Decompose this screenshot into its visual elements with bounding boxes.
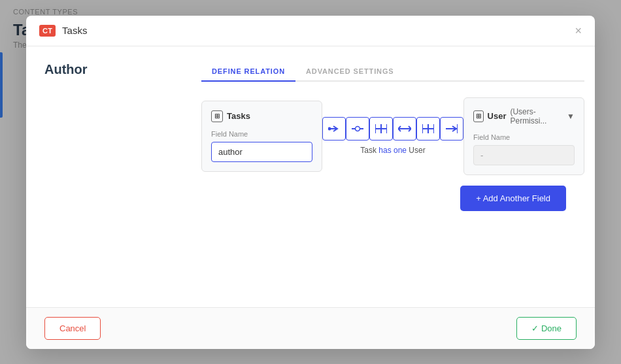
- tasks-card-header: ⊞ Tasks: [211, 110, 312, 122]
- branch-icon-1[interactable]: [369, 117, 393, 141]
- user-field-label: Field Name: [473, 133, 575, 141]
- arrow-right-icon[interactable]: [322, 117, 346, 141]
- modal-header: CT Tasks ×: [26, 16, 595, 46]
- svg-point-1: [328, 127, 331, 131]
- connector-label: Task has one User: [360, 146, 425, 155]
- user-entity-card: ⊞ User (Users-Permissi... ▼ Field Name -: [463, 97, 584, 175]
- modal-body: Author DEFINE RELATION ADVANCED SETTINGS: [26, 46, 595, 349]
- relation-connector: Task has one User: [322, 117, 463, 155]
- tasks-entity-card: ⊞ Tasks Field Name: [201, 101, 322, 172]
- user-field-readonly: -: [473, 145, 575, 165]
- tabs-container: DEFINE RELATION ADVANCED SETTINGS: [201, 62, 584, 82]
- user-card-title: User: [488, 111, 507, 121]
- tasks-entity-icon: ⊞: [211, 110, 223, 122]
- circle-dash-icon[interactable]: [346, 117, 369, 141]
- modal-title: Tasks: [62, 25, 87, 36]
- action-area: + Add Another Field: [201, 186, 584, 224]
- modal-close-button[interactable]: ×: [575, 25, 582, 37]
- tab-define-relation[interactable]: DEFINE RELATION: [201, 62, 295, 82]
- relation-area: ⊞ Tasks Field Name: [201, 97, 584, 186]
- content-area: Author DEFINE RELATION ADVANCED SETTINGS: [26, 46, 595, 307]
- field-section-title: Author: [44, 62, 175, 77]
- tasks-field-label: Field Name: [211, 130, 312, 138]
- cancel-button[interactable]: Cancel: [44, 317, 101, 340]
- branch-icon-2[interactable]: [416, 117, 440, 141]
- user-dropdown-arrow[interactable]: ▼: [567, 112, 575, 121]
- right-panel: DEFINE RELATION ADVANCED SETTINGS ⊞ Tas: [201, 62, 584, 297]
- modal-dialog: CT Tasks × Author DEFINE RELATION: [26, 16, 595, 349]
- modal-overlay: CT Tasks × Author DEFINE RELATION: [0, 0, 621, 364]
- tab-advanced-settings[interactable]: ADVANCED SETTINGS: [295, 62, 405, 82]
- ct-logo: CT: [39, 25, 56, 37]
- arrow-branch-right-icon[interactable]: [440, 117, 463, 141]
- done-button[interactable]: ✓ Done: [516, 317, 577, 340]
- arrow-both-icon[interactable]: [393, 117, 416, 141]
- add-field-label: + Add Another Field: [476, 193, 550, 203]
- modal-footer: Cancel ✓ Done: [26, 307, 595, 349]
- svg-point-3: [356, 127, 360, 131]
- user-card-header: ⊞ User (Users-Permissi... ▼: [473, 107, 575, 125]
- user-entity-icon: ⊞: [473, 110, 484, 122]
- author-field-input[interactable]: [211, 142, 312, 162]
- left-panel: Author: [44, 62, 175, 297]
- user-card-detail: (Users-Permissi...: [510, 107, 563, 125]
- relation-icons-row: [322, 117, 463, 141]
- add-another-field-button[interactable]: + Add Another Field: [460, 186, 566, 211]
- tasks-card-title: Tasks: [227, 111, 250, 121]
